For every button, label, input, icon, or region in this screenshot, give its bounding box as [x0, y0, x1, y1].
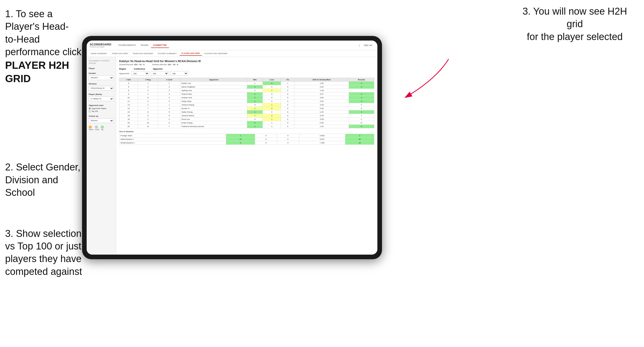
sub-tab-player-h2h-heatmap[interactable]: PLAYER H2H HEATMAP	[203, 52, 229, 55]
col-tie: Tie	[281, 78, 295, 82]
col-reg: # Reg	[138, 78, 158, 82]
overall-record: Overall Record: 353 - 34 - 6	[119, 63, 145, 66]
legend-down-circle	[89, 126, 92, 129]
table-row: 522 Alexis Sudjianto 1 0 0 4.00 3	[119, 85, 374, 89]
sub-tab-team-h2h-heatmap[interactable]: TEAM H2H HEATMAP	[131, 52, 155, 55]
sign-out-link[interactable]: Sign out	[362, 43, 374, 48]
legend-level-circle	[95, 126, 98, 129]
col-div: # Div	[119, 78, 138, 82]
col-diff: Diff Av Strokes/Rnd	[295, 78, 349, 82]
content-area: Katelyn Vo Head-to-Head Grid for Women's…	[116, 57, 377, 255]
filter-region-label: Region	[119, 68, 126, 70]
app-header: SCOREBOARD Powered by clippd TOURNAMENTS…	[87, 41, 377, 50]
sidebar-division-label: Division	[89, 83, 114, 85]
logo-area: SCOREBOARD Powered by clippd	[90, 43, 111, 48]
sidebar-player-rank-dropdown[interactable]: 8. Katelyn Vo	[89, 97, 114, 101]
logo-text: SCOREBOARD	[90, 43, 111, 46]
table-row: 19106 Emily Chang 4 1 0 0.30 11	[119, 121, 374, 125]
sidebar-radio-top100[interactable]: Top 100	[89, 110, 114, 112]
table-row: 1125 Heeju Hyun 1 0 0 3.33 3	[119, 100, 374, 103]
h2h-table: # Div # Reg # Conf Opponent Win Loss Tie…	[119, 78, 374, 128]
col-win: Win	[247, 78, 263, 82]
sidebar-player-label: Player	[89, 67, 114, 70]
sub-tab-player-h2h-grid[interactable]: PLAYER H2H GRID	[180, 51, 202, 56]
table-row: Foreign Team 1 0 0 4.500 2	[119, 134, 374, 138]
table-row: NCAA Division 2 5 0 0 7.400 10	[119, 141, 374, 145]
division-record: Division Record: 331 - 34 - 6	[152, 63, 178, 66]
opponents-label: Opponents:	[119, 72, 130, 75]
step3-left-line2: vs Top 100 or just	[5, 241, 81, 252]
radio-opponents-played-dot	[89, 108, 91, 110]
sidebar: Last Updated: 27/03/202416:55:38 Player …	[87, 57, 116, 255]
nav-tab-teams[interactable]: TEAMS	[138, 43, 150, 48]
instruction-step3-right: 3. You will now see H2H grid for the pla…	[513, 5, 636, 43]
legend-up-label: Up	[101, 129, 104, 130]
nav-tab-committee[interactable]: COMMITTEE	[151, 43, 169, 48]
sidebar-player-rank-section: Player (Rank) 8. Katelyn Vo	[89, 93, 114, 101]
radio-opponents-played-label: Opponents Played	[92, 108, 106, 109]
table-row: 1063 Andrea York 2 0 0 4.00 4	[119, 96, 374, 100]
nav-tab-tournaments[interactable]: TOURNAMENTS	[116, 43, 138, 48]
logo-sub: Powered by clippd	[90, 46, 111, 48]
tablet-screen: SCOREBOARD Powered by clippd TOURNAMENTS…	[87, 41, 377, 255]
filter-opponent-label: Opponent	[153, 68, 163, 70]
instructions-left: 1. To see a Player's Head- to-Head perfo…	[0, 0, 87, 286]
step3-right-line2: for the player selected	[527, 31, 623, 42]
sidebar-timestamp: Last Updated: 27/03/202416:55:38	[89, 60, 114, 65]
sidebar-division-section: Division NCAA Division III	[89, 83, 114, 91]
sub-tab-player-summary[interactable]: PLAYER SUMMARY	[156, 52, 179, 55]
instruction-step2: 2. Select Gender, Division and School	[5, 161, 82, 199]
sidebar-gender-dropdown[interactable]: Women's	[89, 75, 114, 80]
legend-down-label: Down	[89, 129, 93, 130]
header-right: | Sign out	[359, 43, 374, 48]
radio-top100-label: Top 100	[92, 110, 98, 112]
table-row: 20117 Federica Domecq Lacroze 2 1 0 1.33…	[119, 125, 374, 128]
sidebar-radio-opponents-played[interactable]: Opponents Played	[89, 108, 114, 110]
table-row: 1474 Eunice Yi 2 2 0 0.38 9	[119, 107, 374, 110]
sidebar-gender-label: Gender	[89, 72, 114, 74]
h2h-title: Katelyn Vo Head-to-Head Grid for Women's…	[119, 60, 374, 63]
sidebar-colour-by-section: Colour by Win/loss	[89, 115, 114, 123]
sidebar-radio-group: Opponents Played Top 100	[89, 108, 114, 112]
step3-right-line1: 3. You will now see H2H grid	[522, 6, 627, 29]
table-row: 1822 Euna Lee 0 1 0 -5.00 2	[119, 118, 374, 121]
sub-tab-team-h2h-grid[interactable]: TEAM H2H GRID	[110, 52, 130, 55]
step3-left-line1: 3. Show selection	[5, 228, 82, 239]
sidebar-player-section: Player	[89, 67, 114, 70]
legend-level-label: Level	[95, 129, 99, 130]
sidebar-opponent-view-label: Opponent view	[89, 104, 114, 107]
color-legend: Down Level Up	[89, 126, 114, 130]
h2h-records: Overall Record: 353 - 34 - 6 Division Re…	[119, 63, 374, 66]
nav-tabs: TOURNAMENTS TEAMS COMMITTEE	[116, 43, 359, 48]
step3-left-line4: competed against	[5, 266, 82, 277]
sidebar-gender-section: Gender Women's	[89, 72, 114, 80]
col-conf: # Conf	[158, 78, 180, 82]
step1-bold: PLAYER H2H GRID	[5, 60, 69, 84]
step2-line3: School	[5, 187, 35, 198]
tablet: SCOREBOARD Powered by clippd TOURNAMENTS…	[82, 36, 382, 259]
sidebar-colour-by-dropdown[interactable]: Win/loss	[89, 118, 114, 123]
step3-left-line3: players they have	[5, 253, 82, 264]
filter-all-select[interactable]: (All)	[131, 71, 149, 76]
step2-line1: 2. Select Gender,	[5, 162, 80, 172]
filter-conference-label: Conference	[134, 68, 145, 70]
table-row: 1636 Jessica Mason 1 2 0 -0.94 7	[119, 114, 374, 118]
table-row: 1311 Jessica Huang 0 1 0 -3.00 2	[119, 103, 374, 107]
sub-tab-team-summary[interactable]: TEAM SUMMARY	[89, 52, 109, 55]
filter-conference-select[interactable]: (All)	[151, 71, 169, 76]
legend-up-circle	[101, 126, 104, 129]
col-rounds: Rounds	[349, 78, 374, 82]
instruction-step3-left: 3. Show selection vs Top 100 or just pla…	[5, 227, 82, 278]
filter-opponent-select[interactable]: (All)	[170, 71, 188, 76]
table-row: 914 Sharon Mun 1 0 0 3.67 3	[119, 92, 374, 96]
main-content: Last Updated: 27/03/202416:55:38 Player …	[87, 57, 377, 255]
sidebar-colour-by-label: Colour by	[89, 115, 114, 117]
sidebar-division-dropdown[interactable]: NCAA Division III	[89, 86, 114, 91]
filter-section: Region Conference Opponent Opponents: (A…	[119, 68, 374, 76]
table-row: 311 Esther Lee 1 0 1 1.50 4	[119, 82, 374, 85]
radio-top100-dot	[89, 110, 91, 112]
col-loss: Loss	[263, 78, 281, 82]
sidebar-opponent-view-section: Opponent view Opponents Played Top 100	[89, 104, 114, 112]
step1-line2: to-Head performance click	[5, 34, 82, 57]
step2-line2: Division and	[5, 175, 58, 185]
